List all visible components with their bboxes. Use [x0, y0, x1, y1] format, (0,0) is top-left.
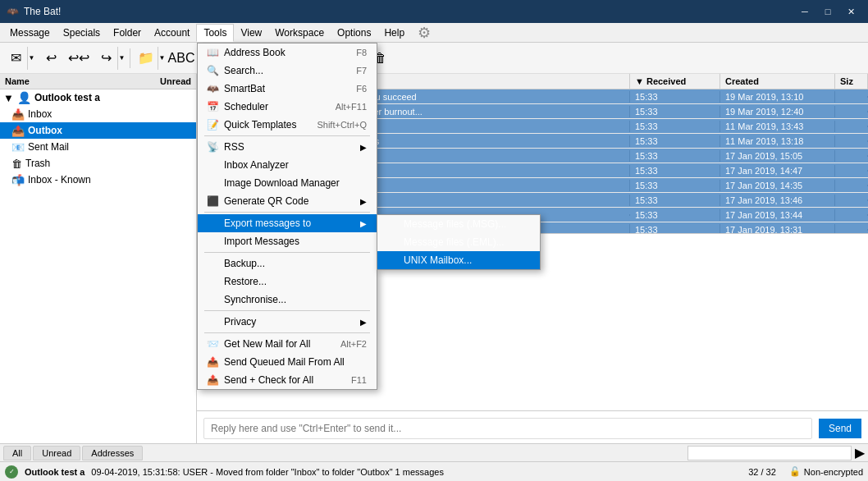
email-cell-created: 17 Jan 2019, 13:44 [720, 209, 835, 221]
toolbar: ✉ ▼ ↩ ↩↩ ↪ ▼ 📁 ▼ ABC 📤 ▼ 🖨 🗑 📋 ▼ 🗂 ▼ 🗑 [0, 43, 868, 74]
menu-privacy[interactable]: Privacy ▶ [198, 313, 377, 331]
menu-rss[interactable]: 📡 RSS ▶ [198, 138, 377, 156]
divider1 [204, 135, 370, 136]
menu-bar: Message Specials Folder Account Tools Vi… [0, 23, 868, 43]
tab-unread[interactable]: Unread [33, 446, 80, 460]
export-unix[interactable]: UNIX Mailbox... [377, 251, 540, 269]
email-cell-size [835, 111, 868, 112]
email-cell-size [835, 199, 868, 201]
new-message-btn[interactable]: ✉ ▼ [3, 46, 36, 71]
qr-icon: ⬛ [204, 195, 221, 207]
folder-trash-label: Trash [25, 158, 50, 169]
email-cell-received: 15:33 [630, 195, 720, 206]
export-eml[interactable]: Message files (.EML)... [377, 233, 540, 251]
move-btn[interactable]: 📁 ▼ [134, 46, 167, 71]
close-button[interactable]: ✕ [840, 4, 861, 19]
menu-help[interactable]: Help [377, 24, 411, 42]
folder-inbox[interactable]: 📥 Inbox [0, 106, 196, 122]
folder-account[interactable]: ▼ 👤 Outlook test a [0, 89, 196, 106]
col-size[interactable]: Siz [835, 74, 868, 89]
rss-label: RSS [224, 141, 244, 153]
menu-folder[interactable]: Folder [107, 24, 148, 42]
status-bar: ✓ Outlook test a 09-04-2019, 15:31:58: U… [0, 461, 868, 481]
app-title: The Bat! [24, 6, 61, 17]
address-book-icon: 📖 [204, 47, 221, 58]
export-unix-label: UNIX Mailbox... [404, 254, 472, 266]
menu-image-download-manager[interactable]: Image Download Manager [198, 174, 377, 192]
menu-view[interactable]: View [234, 24, 268, 42]
tab-all[interactable]: All [3, 446, 31, 460]
new-message-arrow[interactable]: ▼ [27, 47, 35, 70]
menu-import-messages[interactable]: Import Messages [198, 232, 377, 250]
reply-all-btn[interactable]: ↩↩ [66, 45, 92, 71]
export-submenu: Message files (.MSG)... Message files (.… [377, 214, 541, 270]
menu-send-check[interactable]: 📤 Send + Check for All F11 [198, 371, 377, 389]
menu-workspace[interactable]: Workspace [268, 24, 331, 42]
email-cell-size [835, 126, 868, 127]
title-bar: 🦇 The Bat! ─ □ ✕ [0, 0, 868, 23]
divider5 [204, 332, 370, 333]
reply-btn[interactable]: ↩ [38, 45, 64, 71]
menu-synchronise[interactable]: Synchronise... [198, 291, 377, 309]
search-arrow-icon[interactable]: ▶ [855, 445, 865, 460]
minimize-button[interactable]: ─ [794, 4, 815, 19]
menu-specials[interactable]: Specials [57, 24, 107, 42]
title-bar-left: 🦇 The Bat! [7, 6, 61, 17]
email-cell-size [835, 155, 868, 157]
quick-templates-icon: 📝 [204, 119, 221, 131]
get-mail-shortcut: Alt+F2 [340, 339, 367, 349]
menu-address-book[interactable]: 📖 Address Book F8 [198, 44, 377, 62]
send-queued-label: Send Queued Mail From All [224, 356, 345, 368]
folder-sent[interactable]: 📧 Sent Mail [0, 139, 196, 155]
folder-account-label: Outlook test a [34, 92, 100, 103]
send-check-icon: 📤 [204, 374, 221, 386]
tab-addresses[interactable]: Addresses [82, 446, 143, 460]
send-button[interactable]: Send [819, 419, 861, 438]
menu-generate-qr[interactable]: ⬛ Generate QR Code ▶ [198, 192, 377, 210]
account-expand-icon: ▼ [3, 92, 14, 104]
menu-quick-templates[interactable]: 📝 Quick Templates Shift+Ctrl+Q [198, 116, 377, 134]
search-bar: ▶ [688, 445, 865, 460]
menu-account[interactable]: Account [148, 24, 196, 42]
help-icon: ⚙ [418, 24, 431, 42]
col-received[interactable]: ▼ Received [630, 74, 720, 89]
menu-export-messages[interactable]: Export messages to ▶ Message files (.MSG… [198, 214, 377, 232]
email-cell-received: 15:33 [630, 91, 720, 103]
menu-send-queued[interactable]: 📤 Send Queued Mail From All [198, 353, 377, 371]
folder-inbox-known[interactable]: 📬 Inbox - Known [0, 172, 196, 188]
email-cell-size [835, 229, 868, 231]
menu-options[interactable]: Options [331, 24, 377, 42]
folder-trash[interactable]: 🗑 Trash [0, 155, 196, 172]
col-created[interactable]: Created [720, 74, 835, 89]
new-message-icon: ✉ [4, 45, 27, 71]
menu-get-new-mail[interactable]: 📨 Get New Mail for All Alt+F2 [198, 335, 377, 353]
sent-icon: 📧 [11, 141, 25, 153]
move-arrow[interactable]: ▼ [158, 47, 166, 70]
menu-scheduler[interactable]: 📅 Scheduler Alt+F11 [198, 98, 377, 116]
tab-spacer [144, 444, 686, 462]
forward-arrow[interactable]: ▼ [117, 47, 126, 70]
reply-input[interactable] [203, 418, 812, 439]
send-queued-icon: 📤 [204, 356, 221, 368]
folder-outbox[interactable]: 📤 Outbox [0, 122, 196, 139]
menu-message[interactable]: Message [3, 24, 57, 42]
menu-backup[interactable]: Backup... [198, 254, 377, 273]
menu-inbox-analyzer[interactable]: Inbox Analyzer [198, 156, 377, 174]
search-shortcut: F7 [356, 66, 367, 76]
privacy-arrow-icon: ▶ [360, 318, 367, 327]
export-msg[interactable]: Message files (.MSG)... [377, 215, 540, 233]
search-input[interactable] [688, 446, 852, 460]
status-message: 09-04-2019, 15:31:58: USER - Moved from … [91, 467, 444, 477]
menu-tools[interactable]: Tools [196, 24, 234, 42]
menu-restore[interactable]: Restore... [198, 273, 377, 291]
maximize-button[interactable]: □ [817, 4, 838, 19]
rss-arrow-icon: ▶ [360, 143, 367, 152]
quick-templates-shortcut: Shift+Ctrl+Q [317, 120, 367, 130]
spell-btn[interactable]: ABC [168, 45, 194, 71]
qr-label: Generate QR Code [224, 195, 308, 207]
menu-smartbat[interactable]: 🦇 SmartBat F6 [198, 80, 377, 98]
email-cell-received: 15:33 [630, 106, 720, 117]
menu-search[interactable]: 🔍 Search... F7 [198, 62, 377, 80]
forward-btn[interactable]: ↪ ▼ [94, 46, 126, 71]
import-label: Import Messages [224, 236, 299, 247]
